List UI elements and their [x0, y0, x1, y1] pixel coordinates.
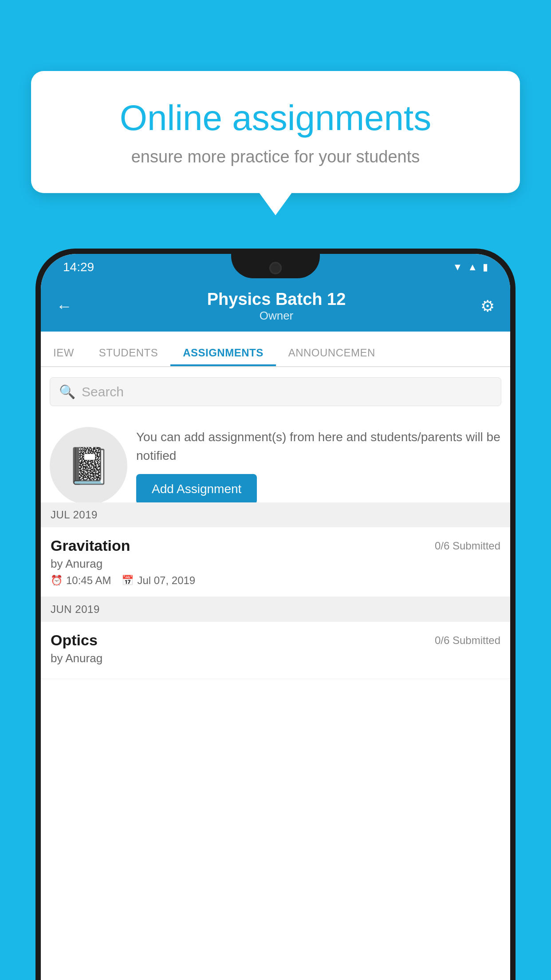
assignment-row-title: Gravitation 0/6 Submitted [51, 537, 500, 554]
search-section: 🔍 Search [41, 369, 510, 414]
search-bar[interactable]: 🔍 Search [50, 377, 501, 406]
phone-screen: 14:29 ▼ ▲ ▮ ← Physics Batch 12 Owner ⚙ I… [41, 254, 510, 980]
assignment-by-optics: by Anurag [51, 652, 500, 665]
search-placeholder: Search [82, 384, 124, 399]
assignment-date-value: Jul 07, 2019 [137, 574, 195, 587]
assignment-row-title-optics: Optics 0/6 Submitted [51, 632, 500, 649]
header-subtitle: Owner [207, 309, 346, 323]
promo-text: You can add assignment(s) from here and … [136, 428, 501, 465]
assignment-optics[interactable]: Optics 0/6 Submitted by Anurag [41, 622, 510, 679]
calendar-icon: 📅 [122, 575, 134, 586]
tab-announcements[interactable]: ANNOUNCEMEN [276, 347, 388, 366]
section-jul-2019: JUL 2019 [41, 502, 510, 527]
phone-notch [231, 254, 320, 278]
assignment-submitted-optics: 0/6 Submitted [435, 634, 500, 647]
speech-bubble: Online assignments ensure more practice … [31, 71, 520, 193]
bubble-subtitle: ensure more practice for your students [62, 147, 489, 166]
battery-icon: ▮ [483, 261, 488, 273]
assignment-title-gravitation: Gravitation [51, 537, 130, 554]
promo-icon-circle: 📓 [50, 427, 127, 505]
promo-content: You can add assignment(s) from here and … [136, 428, 501, 504]
tabs-bar: IEW STUDENTS ASSIGNMENTS ANNOUNCEMEN [41, 332, 510, 367]
add-assignment-button[interactable]: Add Assignment [136, 474, 257, 504]
assignment-title-optics: Optics [51, 632, 98, 649]
assignment-time-value: 10:45 AM [66, 574, 111, 587]
screen-content: 14:29 ▼ ▲ ▮ ← Physics Batch 12 Owner ⚙ I… [41, 254, 510, 980]
app-header: ← Physics Batch 12 Owner ⚙ [41, 281, 510, 332]
clock-icon: ⏰ [51, 575, 63, 586]
bubble-title: Online assignments [62, 98, 489, 138]
wifi-icon: ▼ [453, 261, 462, 273]
settings-icon[interactable]: ⚙ [480, 297, 495, 316]
section-jun-2019: JUN 2019 [41, 597, 510, 622]
assignment-date: 📅 Jul 07, 2019 [122, 574, 195, 587]
assignment-gravitation[interactable]: Gravitation 0/6 Submitted by Anurag ⏰ 10… [41, 527, 510, 597]
header-title: Physics Batch 12 [207, 290, 346, 309]
tab-assignments[interactable]: ASSIGNMENTS [170, 347, 276, 366]
notebook-icon: 📓 [67, 445, 111, 487]
search-icon: 🔍 [59, 384, 75, 399]
assignment-meta-gravitation: ⏰ 10:45 AM 📅 Jul 07, 2019 [51, 574, 500, 587]
signal-icon: ▲ [468, 261, 477, 273]
assignment-by-gravitation: by Anurag [51, 557, 500, 571]
assignment-submitted-gravitation: 0/6 Submitted [435, 540, 500, 552]
status-time: 14:29 [63, 260, 94, 274]
assignment-time: ⏰ 10:45 AM [51, 574, 111, 587]
tab-students[interactable]: STUDENTS [87, 347, 170, 366]
back-button[interactable]: ← [56, 297, 72, 316]
assignments-area: JUL 2019 Gravitation 0/6 Submitted by An… [41, 502, 510, 679]
tab-iew[interactable]: IEW [41, 347, 87, 366]
status-icons: ▼ ▲ ▮ [453, 261, 488, 273]
camera-icon [269, 262, 282, 274]
header-title-group: Physics Batch 12 Owner [207, 290, 346, 323]
phone-frame: 14:29 ▼ ▲ ▮ ← Physics Batch 12 Owner ⚙ I… [35, 249, 516, 980]
